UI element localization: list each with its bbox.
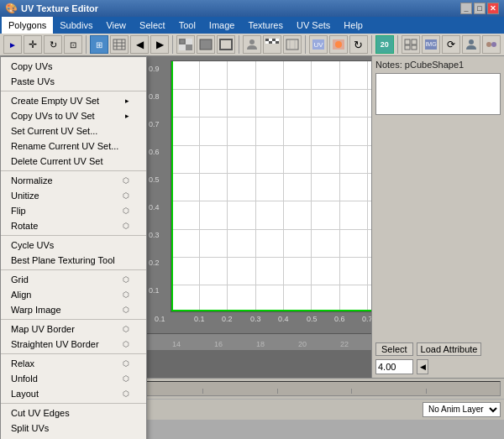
dd-sep6 — [1, 353, 146, 354]
tb-rotate[interactable]: ↻ — [44, 35, 62, 54]
grid-v5 — [311, 61, 312, 311]
grid-h6 — [171, 229, 371, 230]
grid-h1 — [171, 89, 371, 90]
anim-layer-select[interactable]: No Anim Layer — [423, 402, 501, 417]
spacer — [375, 118, 501, 336]
dd-sew-uv-edges[interactable]: Sew UV Edges — [1, 436, 146, 439]
tb-uv2[interactable] — [283, 35, 302, 54]
dd-cut-uv-edges[interactable]: Cut UV Edges — [1, 405, 146, 421]
menu-polygons[interactable]: Polygons — [2, 17, 53, 34]
grid-h4 — [171, 173, 371, 174]
tb-frame[interactable] — [217, 35, 235, 54]
grid-h8 — [171, 285, 371, 285]
uv-grid — [171, 60, 371, 312]
tb-grid2[interactable] — [402, 35, 420, 54]
dropdown-menu: Copy UVs Paste UVs Create Empty UV Set ▸… — [0, 56, 147, 439]
tb-arrow-right[interactable]: ▶ — [150, 35, 169, 54]
dd-create-empty-uvset[interactable]: Create Empty UV Set ▸ — [1, 93, 146, 108]
tb-checkers2[interactable] — [263, 35, 281, 54]
sep6 — [397, 35, 398, 54]
tb-img2[interactable] — [329, 35, 348, 54]
dd-straighten-uv-border[interactable]: Straighten UV Border ⬡ — [1, 337, 146, 352]
tb-img1[interactable]: UV — [309, 35, 328, 54]
tb-person2[interactable]: ▲ — [462, 35, 480, 54]
tb-img3[interactable]: IMG — [422, 35, 440, 54]
svg-rect-6 — [186, 44, 192, 50]
svg-rect-18 — [269, 41, 272, 44]
menu-subdivs[interactable]: Subdivs — [53, 17, 99, 34]
tb-cycle[interactable]: ⟳ — [442, 35, 460, 54]
tb-uv1[interactable] — [110, 35, 129, 54]
dd-unfold[interactable]: Unfold ⬡ — [1, 371, 146, 386]
dd-relax[interactable]: Relax ⬡ — [1, 356, 146, 371]
menu-help[interactable]: Help — [337, 17, 370, 34]
svg-rect-29 — [412, 39, 417, 44]
dd-map-uv-border[interactable]: Map UV Border ⬡ — [1, 321, 146, 337]
option-mark-grid: ⬡ — [123, 275, 129, 284]
tb-refresh[interactable]: ↻ — [349, 35, 368, 54]
blabel-04: 0.4 — [278, 315, 289, 323]
dd-set-current[interactable]: Set Current UV Set... — [1, 123, 146, 138]
blabel-03: 0.3 — [250, 315, 261, 323]
dd-cycle-uvs[interactable]: Cycle UVs — [1, 238, 146, 253]
close-button[interactable]: ✕ — [487, 3, 499, 14]
menu-image[interactable]: Image — [202, 17, 242, 34]
tb-person[interactable] — [243, 35, 261, 54]
dd-rename-current[interactable]: Rename Current UV Set... — [1, 138, 146, 154]
tb-grid[interactable]: ⊞ — [90, 35, 108, 54]
dd-grid[interactable]: Grid ⬡ — [1, 272, 146, 287]
menu-view[interactable]: View — [99, 17, 133, 34]
notes-box[interactable] — [375, 73, 501, 115]
dd-sep4 — [1, 269, 146, 270]
toolbars: ► ✛ ↻ ⊡ ⊞ ◀ ▶ UV ↻ 20 IMG ⟳ ▲ — [0, 34, 504, 56]
label-09: 0.9 — [149, 65, 160, 73]
blabel-01: 0.1 — [194, 315, 205, 323]
tb-arrow-left[interactable]: ◀ — [130, 35, 149, 54]
dd-copy-uvs[interactable]: Copy UVs — [1, 59, 146, 74]
dd-sep1 — [1, 91, 146, 91]
tb-select[interactable]: ► — [3, 35, 22, 54]
dd-normalize[interactable]: Normalize ⬡ — [1, 173, 146, 188]
select-button[interactable]: Select — [375, 342, 413, 356]
svg-rect-7 — [186, 39, 192, 44]
svg-rect-31 — [412, 45, 417, 50]
menu-tool[interactable]: Tool — [172, 17, 202, 34]
tb-num20[interactable]: 20 — [375, 35, 394, 54]
dd-unitize[interactable]: Unitize ⬡ — [1, 188, 146, 203]
grid-h3 — [171, 145, 371, 146]
select-load-row: Select Load Attribute — [375, 342, 501, 356]
submenu-arrow2: ▸ — [125, 112, 129, 120]
tb-checker[interactable] — [176, 35, 195, 54]
grid-v7 — [367, 61, 368, 311]
svg-rect-10 — [200, 39, 212, 50]
dd-layout[interactable]: Layout ⬡ — [1, 386, 146, 401]
tb-scale[interactable]: ⊡ — [64, 35, 82, 54]
dd-paste-uvs[interactable]: Paste UVs — [1, 74, 146, 89]
minimize-button[interactable]: _ — [460, 3, 472, 14]
dd-align[interactable]: Align ⬡ — [1, 287, 146, 302]
menu-uvsets[interactable]: UV Sets — [290, 17, 337, 34]
prev-button[interactable]: ◀ — [417, 359, 428, 374]
tb-solid[interactable] — [197, 35, 215, 54]
option-mark-flip: ⬡ — [123, 206, 129, 215]
tb-move[interactable]: ✛ — [24, 35, 42, 54]
value-input[interactable] — [375, 359, 413, 374]
dd-split-uvs[interactable]: Split UVs — [1, 421, 146, 436]
menu-textures[interactable]: Textures — [241, 17, 290, 34]
dd-warp-image[interactable]: Warp Image ⬡ — [1, 302, 146, 317]
dd-delete-current[interactable]: Delete Current UV Set — [1, 154, 146, 169]
load-attribute-button[interactable]: Load Attribute — [417, 342, 482, 356]
maximize-button[interactable]: □ — [474, 3, 486, 14]
dd-rotate[interactable]: Rotate ⬡ — [1, 218, 146, 233]
input-row: ◀ — [375, 359, 501, 374]
dd-best-plane[interactable]: Best Plane Texturing Tool — [1, 253, 146, 268]
sep3 — [239, 35, 239, 54]
tb-extra[interactable] — [482, 35, 501, 54]
dd-copy-to-uvset[interactable]: Copy UVs to UV Set ▸ — [1, 108, 146, 123]
dd-flip[interactable]: Flip ⬡ — [1, 203, 146, 218]
lower-viewport: 14 16 18 20 22 24 — [147, 333, 371, 378]
grid-v2 — [227, 61, 228, 311]
blabel-05: 0.5 — [307, 315, 318, 323]
blabel-02: 0.2 — [222, 315, 233, 323]
menu-select[interactable]: Select — [133, 17, 172, 34]
